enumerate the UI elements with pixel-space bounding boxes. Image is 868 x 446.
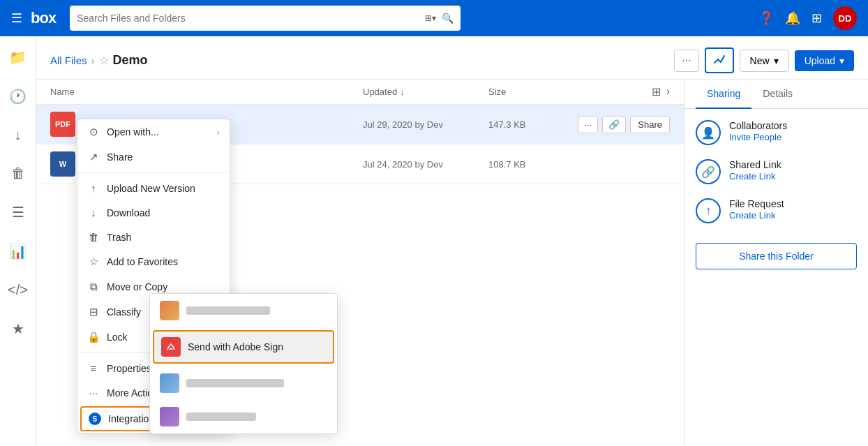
integrations-submenu: Send with Adobe Sign bbox=[149, 293, 338, 434]
box-logo: box bbox=[31, 9, 56, 27]
file-request-item: ↑ File Request Create Link bbox=[696, 198, 857, 223]
ctx-adobe-sign[interactable]: Send with Adobe Sign bbox=[153, 330, 334, 364]
editflow-button[interactable] bbox=[705, 47, 734, 73]
pdf-icon: PDF bbox=[50, 112, 75, 137]
file-link-button[interactable]: 🔗 bbox=[602, 116, 626, 133]
content-header: All Files › ☆ Demo ··· New ▾ Upload bbox=[36, 36, 868, 80]
col-name-label: Name bbox=[50, 87, 75, 97]
column-headers: Name Updated ↓ Size ⊞ › bbox=[36, 80, 684, 105]
ctx-share[interactable]: ↗ Share bbox=[77, 144, 230, 170]
favorite-star-icon[interactable]: ☆ bbox=[99, 54, 109, 67]
upload-button-label: Upload bbox=[805, 55, 835, 66]
tab-details[interactable]: Details bbox=[751, 80, 804, 109]
file-list: Name Updated ↓ Size ⊞ › P bbox=[36, 80, 684, 446]
ctx-open-with[interactable]: ⊙ Open with... › bbox=[77, 119, 230, 144]
ctx-upload-new-version[interactable]: ↑ Upload New Version bbox=[77, 176, 230, 200]
search-icon[interactable]: 🔍 bbox=[442, 13, 454, 24]
help-icon[interactable]: ❓ bbox=[758, 10, 774, 26]
sidebar-files-icon[interactable]: 📁 bbox=[5, 45, 31, 70]
avatar[interactable]: DD bbox=[833, 6, 857, 30]
blurred-icon-1 bbox=[160, 301, 179, 320]
panel-content: 👤 Collaborators Invite People 🔗 Shared L… bbox=[684, 109, 868, 281]
collaborators-item: 👤 Collaborators Invite People bbox=[696, 120, 857, 145]
layout: 📁 🕐 ↓ 🗑 ☰ 📊 </> ★ All Files › ☆ Demo ··· bbox=[0, 36, 868, 446]
main: All Files › ☆ Demo ··· New ▾ Upload bbox=[36, 36, 868, 446]
docx-icon: W bbox=[50, 151, 75, 177]
notifications-icon[interactable]: 🔔 bbox=[785, 10, 800, 26]
sidebar-favorites-icon[interactable]: ★ bbox=[8, 316, 29, 341]
nav-right: ❓ 🔔 ⊞ DD bbox=[758, 6, 857, 30]
upload-button[interactable]: Upload ▾ bbox=[795, 50, 854, 71]
shared-link-icon: 🔗 bbox=[696, 159, 721, 184]
header-actions: ··· New ▾ Upload ▾ bbox=[674, 47, 854, 73]
file-more-button[interactable]: ··· bbox=[578, 116, 598, 133]
apps-icon[interactable]: ⊞ bbox=[811, 10, 822, 26]
sidebar-recents-icon[interactable]: 🕐 bbox=[5, 84, 31, 109]
collaborators-title: Collaborators bbox=[729, 120, 787, 131]
ctx-upload-version-label: Upload New Version bbox=[107, 183, 195, 194]
shared-link-item: 🔗 Shared Link Create Link bbox=[696, 159, 857, 184]
collaborators-icon: 👤 bbox=[696, 120, 721, 145]
ctx-classify-label: Classify bbox=[107, 306, 141, 318]
topnav: ☰ box ⊞▾ 🔍 ❓ 🔔 ⊞ DD bbox=[0, 0, 868, 36]
ctx-divider bbox=[77, 172, 230, 173]
properties-icon: ≡ bbox=[87, 362, 100, 374]
file-size: 147.3 KB bbox=[488, 119, 558, 130]
sidebar-analytics-icon[interactable]: 📊 bbox=[5, 239, 31, 264]
filter-icon[interactable]: ⊞▾ bbox=[425, 13, 436, 23]
file-share-button[interactable]: Share bbox=[630, 116, 670, 133]
shared-link-text: Shared Link Create Link bbox=[729, 159, 781, 181]
ctx-share-label: Share bbox=[107, 151, 133, 163]
view-grid-icon[interactable]: ⊞ bbox=[652, 85, 661, 98]
share-icon: ↗ bbox=[87, 151, 100, 163]
blurred-text-2a bbox=[186, 379, 284, 387]
new-button-label: New bbox=[750, 55, 770, 66]
file-link-button[interactable]: 🔗 bbox=[602, 156, 626, 173]
tab-sharing[interactable]: Sharing bbox=[696, 80, 751, 109]
sidebar: 📁 🕐 ↓ 🗑 ☰ 📊 </> ★ bbox=[0, 36, 36, 446]
search-input[interactable] bbox=[77, 13, 419, 24]
share-folder-button[interactable]: Share this Folder bbox=[696, 243, 857, 269]
ctx-download[interactable]: ↓ Download bbox=[77, 200, 230, 225]
right-panel: Sharing Details 👤 Collaborators Invite P… bbox=[684, 80, 868, 446]
ctx-download-label: Download bbox=[107, 207, 150, 218]
svg-rect-0 bbox=[165, 341, 177, 353]
file-request-icon: ↑ bbox=[696, 198, 721, 223]
hamburger-icon[interactable]: ☰ bbox=[11, 10, 22, 26]
file-request-text: File Request Create Link bbox=[729, 198, 784, 221]
col-updated-label[interactable]: Updated bbox=[363, 87, 397, 97]
view-expand-icon[interactable]: › bbox=[666, 85, 670, 98]
blurred-item-3 bbox=[150, 400, 337, 433]
ctx-favorites-label: Add to Favorites bbox=[107, 256, 178, 267]
create-file-request-link[interactable]: Create Link bbox=[729, 210, 775, 221]
col-updated-sort-icon: ↓ bbox=[400, 87, 405, 97]
new-button-chevron: ▾ bbox=[774, 55, 779, 66]
upload-version-icon: ↑ bbox=[87, 182, 100, 194]
more-actions-icon: ··· bbox=[87, 387, 100, 399]
sidebar-dev-icon[interactable]: </> bbox=[3, 278, 32, 302]
ctx-lock-label: Lock bbox=[107, 332, 128, 343]
sidebar-tasks-icon[interactable]: ☰ bbox=[8, 200, 29, 225]
open-with-icon: ⊙ bbox=[87, 126, 100, 138]
trash-icon: 🗑 bbox=[87, 231, 100, 243]
sidebar-downloads-icon[interactable]: ↓ bbox=[10, 123, 26, 147]
new-button[interactable]: New ▾ bbox=[740, 50, 789, 72]
search-bar: ⊞▾ 🔍 bbox=[70, 6, 461, 31]
breadcrumb-current: Demo bbox=[113, 53, 148, 68]
file-updated: Jul 24, 2020 by Dev bbox=[363, 159, 488, 170]
favorites-icon: ☆ bbox=[87, 255, 100, 268]
collaborators-text: Collaborators Invite People bbox=[729, 120, 787, 142]
sidebar-trash-icon[interactable]: 🗑 bbox=[7, 161, 29, 186]
ctx-trash[interactable]: 🗑 Trash bbox=[77, 225, 230, 249]
breadcrumb-parent[interactable]: All Files bbox=[50, 54, 87, 66]
col-size-label: Size bbox=[488, 87, 506, 97]
file-updated: Jul 29, 2020 by Dev bbox=[363, 119, 488, 130]
invite-people-link[interactable]: Invite People bbox=[729, 132, 781, 142]
create-shared-link-link[interactable]: Create Link bbox=[729, 171, 775, 181]
more-options-button[interactable]: ··· bbox=[674, 50, 698, 72]
ctx-add-favorites[interactable]: ☆ Add to Favorites bbox=[77, 249, 230, 274]
classify-icon: ⊟ bbox=[87, 306, 100, 318]
file-more-button[interactable]: ··· bbox=[578, 156, 598, 173]
ctx-open-with-label: Open with... bbox=[107, 126, 159, 137]
file-share-button[interactable]: Share bbox=[630, 156, 670, 173]
